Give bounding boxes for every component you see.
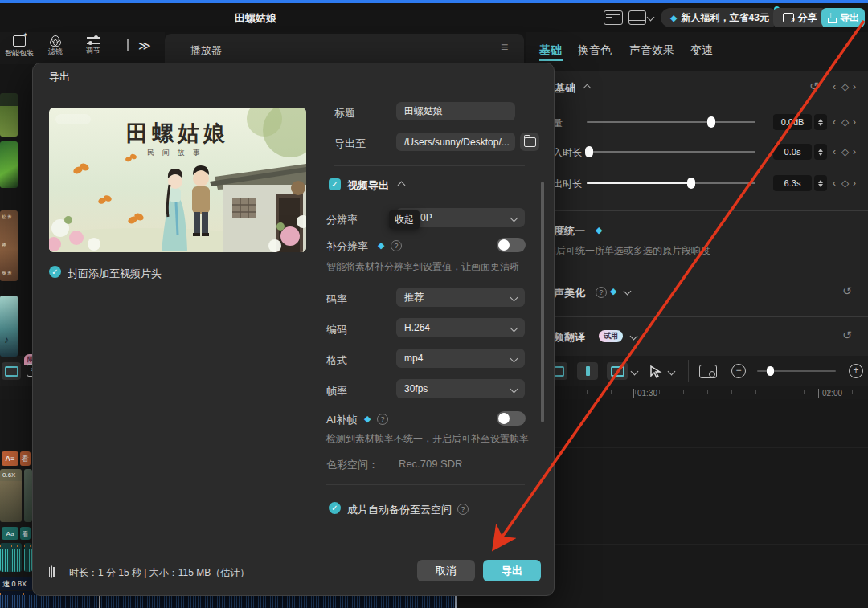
panel-layout-icon[interactable] xyxy=(604,10,623,25)
text-clip-badge-2[interactable]: 看 xyxy=(20,451,31,466)
help-icon[interactable]: ? xyxy=(596,287,607,298)
audio-translate-reset-icon[interactable]: ↺ xyxy=(842,328,852,341)
keyframe-prev-icon[interactable]: ‹ xyxy=(833,81,836,92)
timeline-tool-magnet-button[interactable] xyxy=(577,362,598,380)
fade-out-kf-prev[interactable]: ‹ xyxy=(833,178,836,189)
volume-slider-thumb[interactable] xyxy=(707,116,715,128)
cancel-button[interactable]: 取消 xyxy=(417,560,475,581)
diamond-icon: ◆ xyxy=(364,414,371,424)
fade-in-slider[interactable] xyxy=(587,151,755,153)
audio-translate-expand-icon[interactable] xyxy=(630,333,638,341)
volume-value[interactable]: 0.0dB xyxy=(773,114,812,130)
voice-beauty-reset-icon[interactable]: ↺ xyxy=(842,284,852,297)
fade-out-value[interactable]: 6.3s xyxy=(773,175,812,191)
text-clip-badge[interactable]: A≡ xyxy=(2,451,18,466)
tab-basic[interactable]: 基础 xyxy=(539,43,562,58)
fade-in-kf-next[interactable]: › xyxy=(853,146,856,157)
fade-out-slider-thumb[interactable] xyxy=(687,178,695,189)
video-export-checkbox[interactable]: ✓ xyxy=(329,178,341,190)
film-icon xyxy=(51,565,52,578)
media-thumb-leaves[interactable] xyxy=(0,141,18,188)
volume-kf-diamond[interactable]: ◇ xyxy=(841,116,849,128)
section-reset-icon[interactable]: ↺ xyxy=(809,80,819,92)
volume-kf-next[interactable]: › xyxy=(853,116,856,128)
cloud-backup-checkbox[interactable]: ✓ xyxy=(329,502,341,514)
timeline-tool-link-button[interactable] xyxy=(607,362,628,380)
title-input-value: 田螺姑娘 xyxy=(404,104,443,118)
video-export-collapse-icon[interactable] xyxy=(398,182,406,190)
fade-out-stepper[interactable] xyxy=(814,175,827,191)
video-clip-2[interactable] xyxy=(24,469,32,522)
diamond-icon: ◆ xyxy=(596,225,602,235)
export-button-top[interactable]: ↑ 导出 xyxy=(821,8,865,27)
volume-stepper[interactable] xyxy=(814,114,827,130)
ai-frame-toggle[interactable] xyxy=(497,411,526,426)
tab-sound-effects[interactable]: 声音效果 xyxy=(629,43,674,58)
cursor-chevron-icon[interactable] xyxy=(668,368,676,376)
audio-clip-waveform-2[interactable] xyxy=(24,543,32,572)
bitrate-select[interactable]: 推荐 xyxy=(396,288,525,307)
fade-in-kf-diamond[interactable]: ◇ xyxy=(841,146,849,157)
keyframe-diamond-icon[interactable]: ◇ xyxy=(841,81,849,92)
dialog-header-divider xyxy=(33,88,554,88)
volume-slider[interactable] xyxy=(587,121,755,123)
voice-beauty-expand-icon[interactable] xyxy=(624,288,632,296)
fade-out-kf-diamond[interactable]: ◇ xyxy=(841,178,849,189)
fade-in-slider-thumb[interactable] xyxy=(585,146,593,157)
help-icon[interactable]: ? xyxy=(457,504,469,515)
title-input[interactable]: 田螺姑娘 xyxy=(396,102,515,120)
cover-intro-checkbox[interactable]: ✓ xyxy=(49,266,61,278)
format-select[interactable]: mp4 xyxy=(396,349,525,368)
player-title: 播放器 xyxy=(190,43,222,58)
video-clip[interactable]: 0.6X xyxy=(0,469,22,522)
cover-preview[interactable]: 田螺姑娘 民间故事 xyxy=(49,108,306,252)
help-icon[interactable]: ? xyxy=(377,414,388,425)
cover-edit-button[interactable] xyxy=(2,362,21,380)
help-icon[interactable]: ? xyxy=(391,240,402,251)
subtitle-clip-badge-2[interactable]: 看 xyxy=(20,527,31,540)
volume-kf-prev[interactable]: ‹ xyxy=(833,116,836,128)
toolbar-expand-button[interactable]: ≫ xyxy=(138,39,149,53)
zoom-in-icon[interactable]: + xyxy=(849,364,863,378)
timeline-zoom-thumb[interactable] xyxy=(767,366,774,376)
toolbar-item-smart-pack[interactable]: ✦ 智能包装 xyxy=(5,35,34,59)
super-res-toggle[interactable] xyxy=(497,238,526,252)
fade-in-stepper[interactable] xyxy=(814,144,827,160)
music-clip-header[interactable]: 速 0.8X xyxy=(0,577,32,590)
tab-speed[interactable]: 变速 xyxy=(690,43,713,58)
tool-chevron-icon[interactable] xyxy=(631,368,639,376)
zoom-out-icon[interactable]: − xyxy=(731,364,746,378)
audio-clip-waveform[interactable] xyxy=(0,543,22,572)
export-confirm-button[interactable]: 导出 xyxy=(483,560,541,581)
tab-voice-change[interactable]: 换音色 xyxy=(578,43,612,58)
dialog-scrollbar[interactable] xyxy=(541,182,544,422)
player-menu-icon[interactable]: ≡ xyxy=(501,40,508,55)
path-input[interactable]: /Users/sunny/Desktop/... xyxy=(396,133,515,151)
media-thumb-spice[interactable]: 松 养 神 身 养 xyxy=(0,210,18,281)
media-thumb-music[interactable]: ♪ xyxy=(0,296,18,357)
ruler-label: 02:00 xyxy=(818,389,842,398)
codec-select[interactable]: H.264 xyxy=(396,318,525,337)
timeline-zoom-slider[interactable] xyxy=(757,370,836,372)
toolbar-item-filter[interactable]: 滤镜 xyxy=(42,35,69,57)
fps-select[interactable]: 30fps xyxy=(396,379,525,398)
form-divider xyxy=(326,484,525,485)
divider xyxy=(540,271,868,271)
diamond-icon: ◆ xyxy=(610,286,616,296)
media-thumb-field[interactable] xyxy=(0,93,18,137)
browse-folder-button[interactable] xyxy=(520,133,539,151)
promo-pill[interactable]: ◆ 新人福利，立省43元 xyxy=(661,8,779,27)
preview-axis-button[interactable] xyxy=(699,365,717,378)
fade-out-slider[interactable] xyxy=(587,182,755,184)
fade-in-value[interactable]: 0.0s xyxy=(773,144,812,160)
subtitle-clip-badge[interactable]: Aa xyxy=(2,527,18,540)
keyframe-next-icon[interactable]: › xyxy=(853,81,856,92)
cursor-select-icon[interactable] xyxy=(648,364,664,380)
layout-chevron-icon[interactable] xyxy=(647,14,655,22)
workspace-layout-icon[interactable] xyxy=(628,10,646,25)
share-button[interactable]: ↗ 分享 xyxy=(773,8,826,27)
fade-out-kf-next[interactable]: › xyxy=(853,178,856,189)
fade-in-kf-prev[interactable]: ‹ xyxy=(833,146,836,157)
section-collapse-icon[interactable] xyxy=(583,84,592,92)
toolbar-item-adjust[interactable]: 调节 xyxy=(79,35,108,56)
